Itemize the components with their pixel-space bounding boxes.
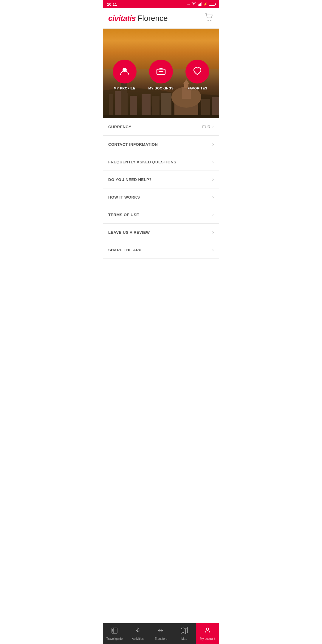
menu-item-terms[interactable]: TERMS OF USE › bbox=[103, 206, 219, 224]
status-time: 10:11 bbox=[107, 2, 117, 7]
menu-list: CURRENCY EUR › CONTACT INFORMATION › FRE… bbox=[103, 118, 219, 259]
contact-label: CONTACT INFORMATION bbox=[108, 142, 158, 147]
signal-icon bbox=[198, 2, 202, 6]
favorites-label: FAVORITES bbox=[188, 86, 207, 90]
chevron-icon: › bbox=[212, 124, 214, 129]
menu-item-left: CURRENCY bbox=[108, 125, 131, 129]
svg-rect-8 bbox=[109, 94, 113, 118]
svg-rect-1 bbox=[199, 4, 200, 6]
menu-item-faq[interactable]: FREQUENTLY ASKED QUESTIONS › bbox=[103, 153, 219, 171]
app-logo: civitatis Florence bbox=[108, 14, 168, 23]
chevron-icon: › bbox=[212, 194, 214, 200]
menu-section: CURRENCY EUR › CONTACT INFORMATION › FRE… bbox=[103, 118, 219, 281]
cart-button[interactable] bbox=[204, 13, 214, 24]
profile-circle bbox=[113, 60, 137, 83]
battery-icon bbox=[209, 3, 215, 6]
logo-city: Florence bbox=[137, 14, 168, 23]
menu-item-help[interactable]: DO YOU NEED HELP? › bbox=[103, 171, 219, 188]
bookings-label: MY BOOKINGS bbox=[148, 86, 174, 90]
menu-item-contact[interactable]: CONTACT INFORMATION › bbox=[103, 136, 219, 153]
svg-rect-25 bbox=[103, 115, 219, 118]
my-profile-button[interactable]: MY PROFILE bbox=[113, 60, 137, 90]
chevron-icon: › bbox=[212, 247, 214, 253]
howworks-label: HOW IT WORKS bbox=[108, 195, 140, 199]
wifi-icon bbox=[191, 2, 196, 6]
svg-rect-24 bbox=[212, 97, 219, 118]
chevron-icon: › bbox=[212, 142, 214, 147]
menu-item-right: EUR › bbox=[202, 124, 214, 129]
bookings-circle bbox=[149, 60, 173, 83]
chevron-icon: › bbox=[212, 159, 214, 165]
svg-rect-3 bbox=[201, 2, 202, 6]
chevron-icon: › bbox=[212, 212, 214, 217]
my-bookings-button[interactable]: MY BOOKINGS bbox=[148, 60, 174, 90]
menu-item-share[interactable]: SHARE THE APP › bbox=[103, 241, 219, 259]
profile-label: MY PROFILE bbox=[114, 86, 135, 90]
help-label: DO YOU NEED HELP? bbox=[108, 177, 152, 182]
menu-item-currency[interactable]: CURRENCY EUR › bbox=[103, 118, 219, 136]
dots-icon: ··· bbox=[187, 2, 190, 6]
chevron-icon: › bbox=[212, 230, 214, 235]
menu-item-review[interactable]: LEAVE US A REVIEW › bbox=[103, 224, 219, 241]
terms-label: TERMS OF USE bbox=[108, 213, 139, 217]
hero-actions: MY PROFILE MY BOOKINGS FAVORITES bbox=[113, 60, 210, 93]
svg-rect-0 bbox=[198, 4, 199, 6]
share-label: SHARE THE APP bbox=[108, 248, 141, 252]
svg-rect-21 bbox=[152, 96, 160, 118]
svg-rect-11 bbox=[130, 96, 137, 118]
menu-item-howworks[interactable]: HOW IT WORKS › bbox=[103, 188, 219, 206]
favorites-circle bbox=[185, 60, 209, 83]
svg-rect-22 bbox=[161, 93, 171, 118]
favorites-button[interactable]: FAVORITES bbox=[185, 60, 209, 90]
charging-icon: ⚡ bbox=[203, 2, 208, 6]
hero-section: MY PROFILE MY BOOKINGS FAVORITES bbox=[103, 29, 219, 118]
currency-label: CURRENCY bbox=[108, 125, 131, 129]
app-header: civitatis Florence bbox=[103, 8, 219, 29]
svg-rect-20 bbox=[142, 94, 151, 118]
status-icons: ··· ⚡ bbox=[187, 2, 215, 6]
svg-point-4 bbox=[208, 20, 209, 21]
svg-point-5 bbox=[210, 20, 211, 21]
logo-civitatis: civitatis bbox=[108, 14, 136, 23]
faq-label: FREQUENTLY ASKED QUESTIONS bbox=[108, 160, 177, 164]
review-label: LEAVE US A REVIEW bbox=[108, 230, 150, 235]
currency-value: EUR bbox=[202, 125, 210, 129]
chevron-icon: › bbox=[212, 177, 214, 182]
svg-rect-2 bbox=[200, 3, 201, 6]
status-bar: 10:11 ··· ⚡ bbox=[103, 0, 219, 8]
svg-rect-9 bbox=[115, 91, 121, 118]
